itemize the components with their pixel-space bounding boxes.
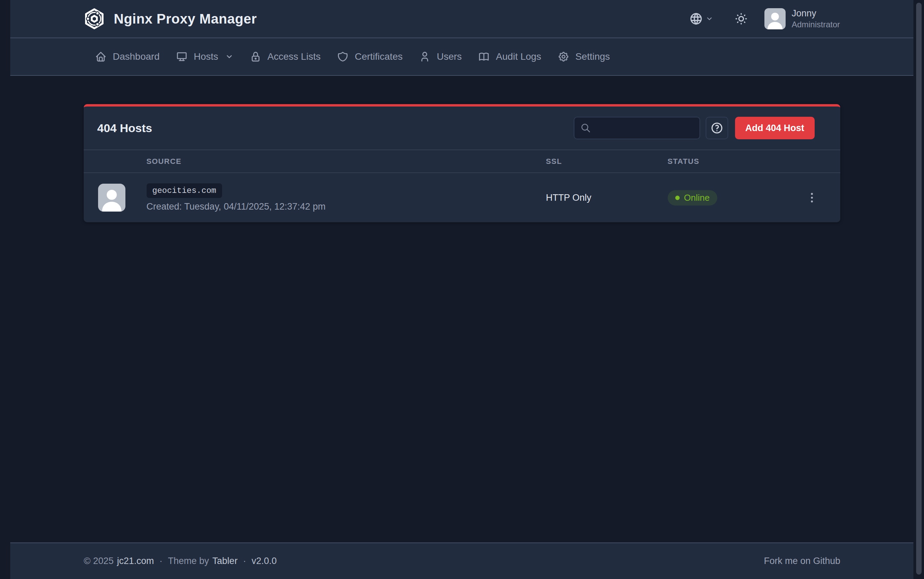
nav-label: Hosts bbox=[194, 51, 218, 62]
nav-item-users[interactable]: Users bbox=[419, 51, 462, 62]
col-header-source: Source bbox=[147, 157, 546, 166]
user-icon bbox=[419, 51, 430, 62]
nav-label: Settings bbox=[576, 51, 610, 62]
search-icon bbox=[581, 123, 591, 133]
topbar: Nginx Proxy Manager bbox=[10, 0, 913, 38]
search-box bbox=[574, 117, 700, 139]
add-404-host-button[interactable]: Add 404 Host bbox=[735, 117, 815, 139]
table-row: geocities.com Created: Tuesday, 04/11/20… bbox=[84, 173, 840, 222]
nav-item-dashboard[interactable]: Dashboard bbox=[95, 51, 159, 62]
language-button[interactable] bbox=[689, 12, 713, 26]
nav-label: Users bbox=[437, 51, 462, 62]
monitor-icon bbox=[176, 51, 188, 62]
nav-label: Dashboard bbox=[113, 51, 159, 62]
app-title: Nginx Proxy Manager bbox=[114, 11, 257, 27]
card-header: 404 Hosts Add 404 Host bbox=[84, 106, 840, 150]
nav-label: Certificates bbox=[355, 51, 402, 62]
user-role: Administrator bbox=[792, 20, 840, 29]
row-status-cell: Online bbox=[668, 190, 784, 206]
status-dot-icon bbox=[675, 196, 679, 200]
brand[interactable]: Nginx Proxy Manager bbox=[84, 8, 257, 30]
nav-item-audit-logs[interactable]: Audit Logs bbox=[478, 51, 541, 62]
chevron-down-icon bbox=[706, 15, 713, 23]
app-logo-icon bbox=[84, 8, 105, 30]
row-actions-cell bbox=[784, 191, 840, 204]
user-meta: Jonny Administrator bbox=[792, 8, 840, 29]
footer-separator: · bbox=[159, 556, 162, 566]
gear-icon bbox=[558, 51, 569, 62]
book-icon bbox=[478, 51, 490, 62]
help-button[interactable] bbox=[706, 117, 728, 139]
page-title: 404 Hosts bbox=[97, 121, 153, 135]
home-icon bbox=[95, 51, 107, 62]
footer-copyright: © 2025 bbox=[84, 556, 113, 566]
col-header-status: Status bbox=[668, 157, 784, 166]
footer-site-link[interactable]: jc21.com bbox=[117, 556, 154, 566]
shield-icon bbox=[337, 51, 348, 62]
row-ssl-cell: HTTP Only bbox=[546, 193, 668, 203]
footer-fork-link[interactable]: Fork me on Github bbox=[764, 556, 840, 566]
footer-theme-link[interactable]: Tabler bbox=[213, 556, 238, 566]
footer: © 2025 jc21.com · Theme by Tabler · v2.0… bbox=[10, 543, 913, 579]
table-header-row: Source SSL Status bbox=[84, 150, 840, 173]
nav-item-certificates[interactable]: Certificates bbox=[337, 51, 402, 62]
nav-item-settings[interactable]: Settings bbox=[558, 51, 610, 62]
main-nav: Dashboard Hosts Access Lists Certificate… bbox=[10, 38, 913, 76]
theme-toggle-button[interactable] bbox=[734, 12, 748, 26]
row-source-cell: geocities.com Created: Tuesday, 04/11/20… bbox=[147, 183, 546, 213]
footer-theme-by: Theme by bbox=[168, 556, 209, 566]
chevron-down-icon bbox=[225, 52, 233, 61]
user-menu[interactable]: Jonny Administrator bbox=[765, 8, 840, 29]
page-content: 404 Hosts Add 404 Host Source SS bbox=[10, 76, 913, 543]
created-timestamp: Created: Tuesday, 04/11/2025, 12:37:42 p… bbox=[147, 201, 326, 212]
col-header-ssl: SSL bbox=[546, 157, 668, 166]
app-root: Nginx Proxy Manager bbox=[10, 0, 913, 579]
user-avatar bbox=[765, 8, 786, 29]
sun-icon bbox=[734, 12, 748, 26]
status-label: Online bbox=[684, 193, 710, 203]
globe-icon bbox=[689, 12, 703, 26]
row-avatar-cell bbox=[84, 184, 147, 212]
footer-version-link[interactable]: v2.0.0 bbox=[251, 556, 277, 566]
nav-label: Audit Logs bbox=[496, 51, 541, 62]
scrollbar-thumb[interactable] bbox=[916, 3, 922, 574]
person-silhouette-icon bbox=[98, 184, 125, 212]
search-input[interactable] bbox=[595, 123, 693, 134]
hosts-card: 404 Hosts Add 404 Host Source SS bbox=[84, 104, 840, 222]
row-avatar bbox=[98, 184, 125, 212]
help-circle-icon bbox=[711, 121, 724, 134]
nav-item-access-lists[interactable]: Access Lists bbox=[250, 51, 321, 62]
status-badge: Online bbox=[668, 190, 717, 206]
kebab-menu-icon[interactable] bbox=[806, 191, 818, 204]
nav-item-hosts[interactable]: Hosts bbox=[176, 51, 233, 62]
person-silhouette-icon bbox=[765, 8, 786, 29]
source-domain-badge: geocities.com bbox=[147, 183, 222, 198]
user-name: Jonny bbox=[792, 8, 840, 19]
footer-separator: · bbox=[243, 556, 246, 566]
nav-label: Access Lists bbox=[268, 51, 321, 62]
topbar-actions: Jonny Administrator bbox=[689, 8, 840, 29]
lock-icon bbox=[250, 51, 261, 62]
